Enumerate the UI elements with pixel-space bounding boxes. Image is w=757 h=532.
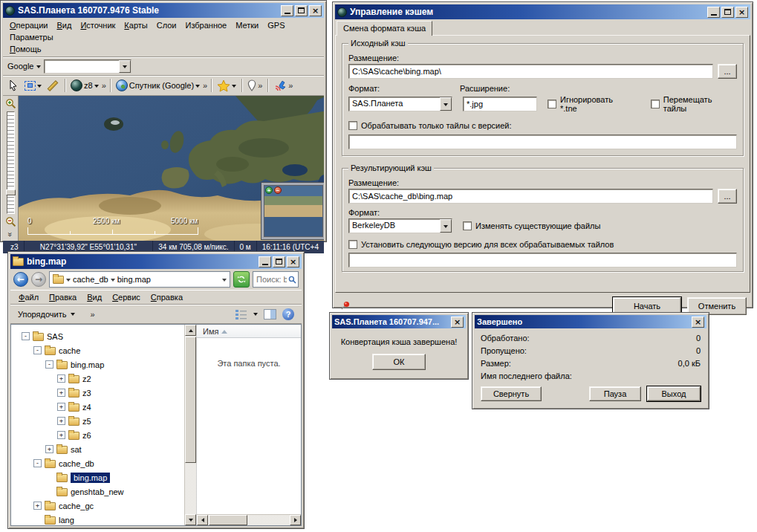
pause-button[interactable]: Пауза <box>589 386 641 401</box>
scroll-down-button[interactable] <box>185 514 196 525</box>
menu-help[interactable]: Помощь <box>6 43 321 55</box>
menu-gps[interactable]: GPS <box>264 19 288 31</box>
breadcrumb-bing-map[interactable]: bing.map <box>117 275 151 284</box>
zoom-slider-handle[interactable] <box>6 189 16 195</box>
close-button[interactable]: × <box>309 5 322 16</box>
collapse-icon[interactable]: - <box>33 459 42 467</box>
sas-title-bar[interactable]: SAS.Планета 160707.9476 Stable × <box>3 3 324 18</box>
pin-icon[interactable] <box>339 300 351 312</box>
breadcrumb-chevron[interactable] <box>66 279 71 284</box>
menu-view[interactable]: Вид <box>83 291 105 303</box>
select-drop-button[interactable] <box>440 219 452 233</box>
msgbox-title-bar[interactable]: SAS.Планета 160707.947... × <box>332 315 466 328</box>
menu-source[interactable]: Источник <box>77 19 119 31</box>
source-path-input[interactable] <box>348 64 713 79</box>
address-history-chevron[interactable] <box>222 279 227 284</box>
menu-file[interactable]: Файл <box>15 291 42 303</box>
menu-operations[interactable]: Операции <box>6 19 51 31</box>
move-tiles-checkbox[interactable] <box>651 100 660 108</box>
source-version-input[interactable] <box>348 134 737 149</box>
extension-input[interactable] <box>463 97 537 111</box>
help-icon[interactable]: ? <box>282 308 294 320</box>
scroll-thumb[interactable] <box>209 515 247 525</box>
tree-item-z4[interactable]: + z4 <box>11 400 196 414</box>
expand-icon[interactable]: + <box>57 389 65 397</box>
scroll-right-button[interactable] <box>290 515 301 525</box>
tree-vertical-scrollbar[interactable] <box>184 325 196 525</box>
maximize-button[interactable] <box>295 5 308 16</box>
breadcrumb-chevron[interactable] <box>111 279 115 284</box>
collapse-icon[interactable]: - <box>33 346 42 354</box>
dest-path-input[interactable] <box>348 189 713 204</box>
close-button[interactable]: × <box>735 7 748 18</box>
overflow-chevron[interactable] <box>102 81 106 90</box>
expand-icon[interactable]: + <box>57 403 65 411</box>
zoom-level-button[interactable]: z8 <box>69 77 100 94</box>
explorer-title-bar[interactable]: bing.map × <box>10 254 302 269</box>
tree-item-cache-db[interactable]: - cache_db <box>11 456 196 470</box>
expand-icon[interactable]: + <box>57 374 65 383</box>
minimize-button[interactable] <box>259 256 271 267</box>
refresh-button[interactable] <box>233 271 250 288</box>
back-button[interactable]: ← <box>13 272 28 287</box>
tree-item-sas[interactable]: - SAS <box>11 329 196 343</box>
menu-maps[interactable]: Карты <box>120 19 151 31</box>
minimize-button[interactable] <box>707 7 720 18</box>
scroll-thumb[interactable] <box>185 337 196 463</box>
overwrite-checkbox[interactable] <box>463 221 472 230</box>
menu-placemarks[interactable]: Метки <box>232 19 262 31</box>
favorites-button[interactable] <box>215 77 238 94</box>
close-button[interactable]: × <box>287 256 299 267</box>
breadcrumb-cache-db[interactable]: cache_db <box>73 275 108 284</box>
menu-layers[interactable]: Слои <box>153 19 181 31</box>
views-icon[interactable] <box>235 309 247 319</box>
list-horizontal-scrollbar[interactable] <box>197 514 301 525</box>
minimap-zoom-in-button[interactable]: + <box>265 186 273 194</box>
breadcrumb[interactable]: cache_db bing.map <box>49 271 230 288</box>
file-list-body[interactable]: Эта папка пуста. <box>197 338 301 514</box>
column-header-name[interactable]: Имя <box>197 325 301 338</box>
tree-item-z2[interactable]: + z2 <box>11 372 196 386</box>
combo-drop-button[interactable] <box>119 60 131 73</box>
tree-item-cache-gc[interactable]: + cache_gc <box>11 499 196 513</box>
menu-edit[interactable]: Правка <box>45 291 80 303</box>
scroll-left-button[interactable] <box>197 515 208 525</box>
ok-button[interactable]: ОК <box>372 354 426 370</box>
google-label[interactable]: Google <box>7 62 33 71</box>
source-format-select[interactable]: SAS.Планета <box>348 97 452 111</box>
expand-icon[interactable]: + <box>57 417 65 425</box>
close-button[interactable]: × <box>451 317 464 328</box>
overflow-chevron[interactable] <box>203 81 207 90</box>
menu-tools[interactable]: Сервис <box>108 291 144 303</box>
preview-pane-icon[interactable] <box>264 309 276 319</box>
close-button[interactable]: × <box>692 317 704 328</box>
expand-icon[interactable]: + <box>57 431 65 439</box>
tree-item-bing-map-src[interactable]: - bing.map <box>11 357 196 372</box>
tree-item-lang[interactable]: lang <box>11 513 196 525</box>
zoom-out-icon[interactable] <box>5 216 16 227</box>
map-source-button[interactable]: Спутник (Google) <box>114 77 201 94</box>
expand-icon[interactable]: + <box>45 445 53 453</box>
tree-item-z6[interactable]: + z6 <box>11 428 196 442</box>
sidebar-expand-chevron[interactable] <box>6 232 15 236</box>
source-browse-button[interactable]: ... <box>718 64 737 79</box>
views-dropdown-icon[interactable] <box>253 313 258 318</box>
pointer-tool-button[interactable] <box>5 77 22 94</box>
tree-item-genshtab-new[interactable]: genshtab_new <box>11 484 196 499</box>
dest-format-select[interactable]: BerkeleyDB <box>348 218 452 233</box>
minimize-button[interactable] <box>281 5 293 16</box>
dest-version-input[interactable] <box>348 253 737 267</box>
google-dropdown-icon[interactable] <box>36 65 41 71</box>
maximize-button[interactable] <box>721 7 734 18</box>
selection-tool-button[interactable] <box>23 77 43 94</box>
search-input[interactable] <box>256 275 287 284</box>
expand-icon[interactable]: + <box>33 502 42 510</box>
done-title-bar[interactable]: Завершено × <box>475 315 706 328</box>
tree-item-z3[interactable]: + z3 <box>11 386 196 400</box>
tree-item-z5[interactable]: + z5 <box>11 414 196 428</box>
zoom-in-icon[interactable] <box>5 98 16 109</box>
google-search-combo[interactable] <box>44 59 131 74</box>
ignore-tne-checkbox[interactable] <box>548 100 556 108</box>
tree-item-cache[interactable]: - cache <box>11 343 196 357</box>
collapse-icon[interactable]: - <box>22 332 30 340</box>
